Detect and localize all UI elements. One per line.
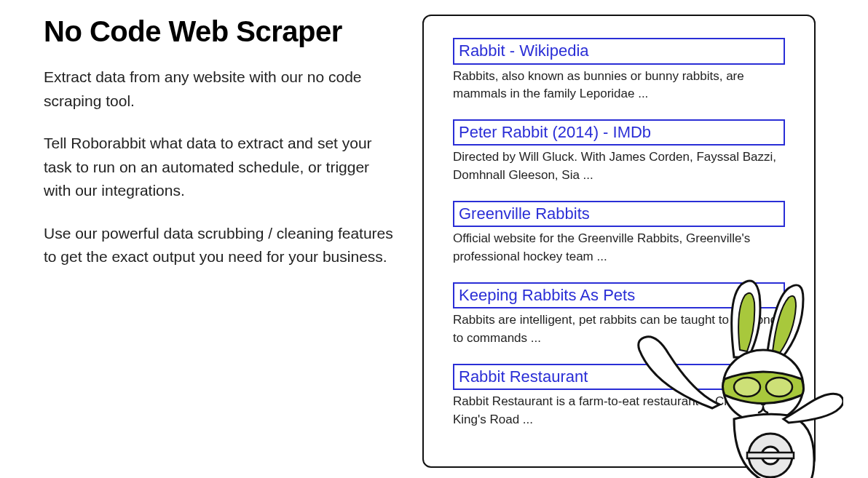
search-result: Rabbit Restaurant Rabbit Restaurant is a…: [453, 364, 785, 429]
result-title-link[interactable]: Greenville Rabbits: [453, 201, 785, 228]
page-heading: No Code Web Scraper: [44, 15, 401, 48]
result-snippet: Directed by Will Gluck. With James Corde…: [453, 148, 785, 184]
result-title-link[interactable]: Rabbit - Wikipedia: [453, 38, 785, 65]
search-result: Greenville Rabbits Official website for …: [453, 201, 785, 266]
text-column: No Code Web Scraper Extract data from an…: [44, 15, 422, 478]
svg-point-4: [762, 447, 779, 464]
result-snippet: Rabbits, also known as bunnies or bunny …: [453, 68, 785, 103]
search-result: Keeping Rabbits As Pets Rabbits are inte…: [453, 282, 785, 348]
results-panel: Rabbit - Wikipedia Rabbits, also known a…: [422, 15, 816, 468]
svg-point-3: [749, 434, 792, 477]
search-result: Rabbit - Wikipedia Rabbits, also known a…: [453, 38, 785, 103]
result-title-link[interactable]: Keeping Rabbits As Pets: [453, 282, 785, 309]
result-title-link[interactable]: Rabbit Restaurant: [453, 364, 785, 391]
intro-paragraph-1: Extract data from any website with our n…: [44, 65, 401, 113]
intro-paragraph-2: Tell Roborabbit what data to extract and…: [44, 132, 401, 203]
result-snippet: Rabbits are intelligent, pet rabbits can…: [453, 311, 785, 347]
svg-rect-5: [747, 453, 794, 458]
result-snippet: Official website for the Greenville Rabb…: [453, 230, 785, 266]
search-result: Peter Rabbit (2014) - IMDb Directed by W…: [453, 119, 785, 185]
result-snippet: Rabbit Restaurant is a farm-to-eat resta…: [453, 393, 785, 429]
intro-paragraph-3: Use our powerful data scrubbing / cleani…: [44, 222, 401, 269]
result-title-link[interactable]: Peter Rabbit (2014) - IMDb: [453, 119, 785, 146]
